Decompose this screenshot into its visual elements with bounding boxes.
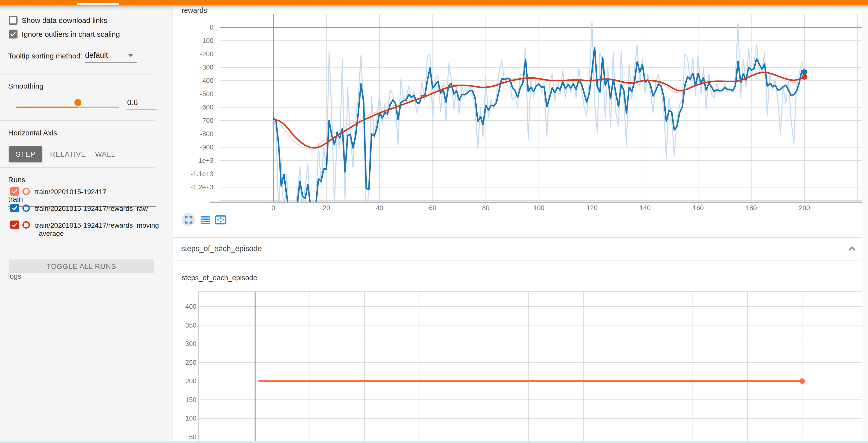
chevron-up-icon[interactable] — [846, 243, 858, 254]
y-tick-label: 50 — [189, 433, 196, 441]
toggle-all-runs-button[interactable]: TOGGLE ALL RUNS — [9, 260, 154, 273]
x-tick-label: 180 — [746, 204, 757, 212]
series-end-dot — [802, 74, 807, 80]
y-tick-label: 300 — [185, 340, 196, 348]
divider — [0, 120, 155, 121]
y-tick-label: -400 — [200, 77, 213, 84]
ignore-outliers-label[interactable]: Ignore outliers in chart scaling — [22, 30, 120, 38]
y-tick-label: -100 — [200, 37, 213, 45]
x-tick-label: 200 — [799, 204, 810, 212]
y-tick-label: -300 — [200, 64, 213, 71]
x-tick-label: 0 — [271, 204, 275, 212]
x-tick-label: 100 — [533, 204, 545, 212]
tooltip-sorting-label: Tooltip sorting method: — [8, 52, 83, 60]
section-title: steps_of_each_episode — [181, 244, 262, 253]
horizontal-axis-step-button[interactable]: STEP — [9, 146, 42, 162]
y-tick-label: 250 — [185, 359, 196, 366]
y-tick-label: -1.1e+3 — [191, 170, 213, 178]
log-scale-icon[interactable] — [198, 213, 212, 227]
tooltip-sorting-underline — [85, 62, 137, 63]
settings-sidebar: Show data download links Ignore outliers… — [0, 5, 173, 443]
smoothing-label: Smoothing — [8, 82, 43, 90]
rewards-line-chart[interactable]: 0-100-200-300-400-500-600-700-800-900-1e… — [173, 5, 868, 222]
app-header-bar — [0, 0, 868, 5]
steps-line-chart[interactable]: 40035030025020015010050 — [173, 271, 868, 443]
y-tick-label: -1.2e+3 — [191, 183, 213, 191]
logs-footer-label: logs — [8, 272, 21, 280]
x-tick-label: 80 — [482, 204, 490, 212]
horizontal-axis-wall-button[interactable]: WALL — [95, 146, 112, 162]
show-data-download-links-checkbox[interactable] — [9, 16, 18, 25]
run-checkbox[interactable] — [10, 204, 19, 212]
x-tick-label: 60 — [429, 204, 436, 212]
horizontal-axis-label: Horizontal Axis — [8, 129, 57, 137]
header-shadow — [0, 5, 868, 10]
y-tick-label: -800 — [200, 130, 213, 138]
smoothing-slider-knob[interactable] — [74, 99, 81, 106]
horizontal-scrollbar[interactable] — [0, 441, 868, 443]
smoothing-value[interactable]: 0.6 — [127, 98, 138, 107]
check-icon — [11, 188, 18, 195]
y-tick-label: 200 — [185, 377, 196, 385]
x-tick-label: 120 — [586, 204, 597, 212]
y-tick-label: -900 — [200, 144, 213, 151]
vertical-scrollbar[interactable] — [862, 10, 868, 443]
y-tick-label: -700 — [200, 117, 213, 124]
fullscreen-icon[interactable] — [182, 213, 195, 227]
series-end-dot — [802, 69, 807, 75]
x-tick-label: 160 — [692, 204, 704, 212]
run-color-ring — [23, 205, 30, 212]
divider — [0, 75, 155, 75]
check-icon — [9, 30, 17, 38]
smoothing-slider-fill — [16, 107, 78, 108]
chevron-down-icon[interactable] — [128, 54, 133, 57]
plot-border — [198, 291, 863, 443]
run-color-ring — [23, 221, 30, 229]
tooltip-sorting-select[interactable]: default — [85, 51, 108, 60]
smoothing-value-underline — [126, 109, 156, 110]
y-tick-label: 400 — [185, 303, 196, 310]
runs-label: Runs — [8, 176, 25, 184]
x-tick-label: 40 — [376, 204, 383, 212]
y-tick-label: 150 — [185, 396, 196, 404]
section-divider — [173, 260, 868, 261]
scalars-dashboard: rewards 0-100-200-300-400-500-600-700-80… — [173, 5, 868, 443]
horizontal-axis-relative-button[interactable]: RELATIVE — [50, 146, 79, 162]
check-icon — [11, 205, 18, 212]
y-tick-label: 0 — [210, 24, 213, 31]
y-tick-label: 350 — [185, 322, 196, 329]
run-label[interactable]: train/20201015-192417 — [35, 188, 159, 196]
y-tick-label: -200 — [200, 50, 213, 58]
run-color-ring — [23, 188, 30, 195]
run-label[interactable]: train/20201015-192417/rewards_moving_ave… — [35, 221, 159, 238]
check-icon — [11, 221, 18, 228]
run-checkbox[interactable] — [10, 187, 19, 196]
y-tick-label: -1e+3 — [196, 157, 213, 164]
x-tick-label: 20 — [322, 204, 330, 212]
fit-domain-icon[interactable] — [214, 213, 227, 227]
y-tick-label: -600 — [200, 104, 213, 111]
y-tick-label: 100 — [185, 415, 196, 422]
divider — [0, 167, 155, 168]
show-data-download-links-label[interactable]: Show data download links — [22, 16, 107, 25]
run-checkbox[interactable] — [10, 220, 19, 229]
section-header-steps-of-each-episode[interactable]: steps_of_each_episode — [173, 238, 868, 260]
y-tick-label: -500 — [200, 90, 213, 98]
active-tab-indicator — [77, 3, 119, 5]
series-end-dot — [800, 378, 805, 384]
ignore-outliers-checkbox[interactable] — [9, 30, 18, 38]
x-tick-label: 140 — [640, 204, 651, 212]
run-label[interactable]: train/20201015-192417/rewards_raw — [35, 205, 159, 213]
